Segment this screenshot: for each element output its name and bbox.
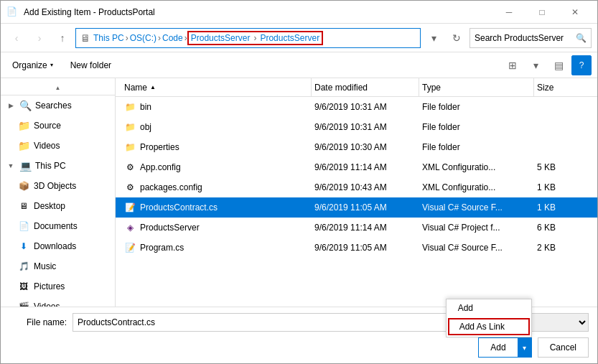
file-list: Name ▲ Date modified Type Size 📁	[116, 78, 597, 307]
organize-button[interactable]: Organize ▾	[6, 55, 59, 75]
config-icon: ⚙	[124, 182, 136, 193]
this-pc-label: This PC	[35, 161, 66, 171]
pane-button[interactable]: ▤	[548, 55, 569, 75]
pictures-label: Pictures	[34, 281, 65, 291]
sidebar-item-desktop[interactable]: 🖥 Desktop	[1, 196, 115, 216]
table-row[interactable]: 📝 ProductsContract.cs 9/6/2019 11:05 AM …	[116, 197, 597, 218]
downloads-label: Downloads	[34, 241, 76, 251]
sidebar-item-videos-qs[interactable]: 📁 Videos	[1, 136, 115, 156]
path-dropdown-button[interactable]: ▾	[424, 28, 444, 48]
desktop-icon: 🖥	[18, 200, 29, 212]
close-button[interactable]: ✕	[559, 1, 592, 24]
path-code[interactable]: Code	[162, 33, 183, 43]
searches-label: Searches	[35, 101, 72, 111]
add-button[interactable]: Add	[478, 337, 517, 358]
music-label: Music	[34, 261, 56, 271]
add-dropdown-menu: Add Add As Link	[446, 299, 532, 337]
3d-objects-label: 3D Objects	[34, 181, 76, 191]
add-as-link-menu-item[interactable]: Add As Link	[448, 318, 530, 335]
table-row[interactable]: ◈ ProductsServer 9/6/2019 11:14 AM Visua…	[116, 218, 597, 238]
videos-qs-label: Videos	[34, 141, 60, 151]
sidebar-item-downloads[interactable]: ⬇ Downloads	[1, 236, 115, 256]
videos-label: Videos	[34, 302, 60, 307]
action-row: Add ▾ Add Add As Link Cancel	[9, 337, 589, 358]
path-productsserver1[interactable]: ProductsServer	[191, 33, 251, 43]
col-header-name[interactable]: Name ▲	[121, 78, 312, 96]
add-dropdown-button[interactable]: ▾	[518, 337, 532, 358]
path-productsserver2[interactable]: ProductsServer	[260, 33, 319, 43]
file-size-productsserver: 6 KB	[534, 223, 592, 233]
table-row[interactable]: 📝 Program.cs 9/6/2019 11:05 AM Visual C#…	[116, 238, 597, 258]
file-name-programcs: 📝 Program.cs	[121, 242, 312, 253]
music-icon: 🎵	[18, 261, 29, 272]
up-button[interactable]: ↑	[52, 28, 73, 48]
maximize-button[interactable]: □	[525, 1, 559, 24]
file-size-programcs: 2 KB	[534, 243, 592, 253]
col-header-date[interactable]: Date modified	[312, 78, 419, 96]
sidebar-item-pictures[interactable]: 🖼 Pictures	[1, 276, 115, 297]
add-button-container: Add ▾ Add Add As Link	[478, 337, 531, 358]
toolbar: Organize ▾ New folder ⊞ ▾ ▤ ?	[1, 52, 597, 78]
forward-button[interactable]: ›	[29, 28, 50, 48]
file-date-programcs: 9/6/2019 11:05 AM	[312, 243, 419, 253]
back-button[interactable]: ‹	[6, 28, 27, 48]
file-name-appconfig: ⚙ App.config	[121, 162, 312, 173]
file-type-obj: File folder	[419, 122, 534, 132]
file-name-productscontract: 📝 ProductsContract.cs	[121, 202, 312, 213]
new-folder-label: New folder	[70, 60, 111, 70]
titlebar: 📄 Add Existing Item - ProductsPortal ─ □…	[1, 1, 597, 24]
dropdown-arrow-icon: ▾	[523, 344, 526, 352]
minimize-button[interactable]: ─	[492, 1, 525, 24]
sidebar-scroll-up[interactable]: ▲	[1, 81, 115, 95]
desktop-label: Desktop	[34, 201, 65, 211]
path-box[interactable]: 🖥 This PC › OS(C:) › Code › ProductsServ…	[75, 28, 421, 48]
col-header-type[interactable]: Type	[419, 78, 534, 96]
file-size-pkgconfig: 1 KB	[534, 182, 592, 192]
documents-label: Documents	[34, 221, 78, 231]
window-title: Add Existing Item - ProductsPortal	[24, 7, 492, 17]
file-date-pkgconfig: 9/6/2019 10:43 AM	[312, 182, 419, 192]
sidebar-item-videos[interactable]: 🎬 Videos	[1, 297, 115, 307]
filename-input[interactable]	[73, 313, 468, 332]
new-folder-button[interactable]: New folder	[65, 55, 117, 75]
add-menu-item[interactable]: Add	[447, 299, 531, 317]
col-header-size[interactable]: Size	[534, 78, 592, 96]
videos-icon: 🎬	[18, 301, 29, 307]
table-row[interactable]: 📁 Properties 9/6/2019 10:30 AM File fold…	[116, 137, 597, 157]
window-icon: 📄	[6, 6, 18, 18]
file-name-productsserver: ◈ ProductsServer	[121, 222, 312, 233]
path-osc[interactable]: OS(C:)	[130, 33, 156, 43]
file-type-productsserver: Visual C# Project f...	[419, 223, 534, 233]
file-date-obj: 9/6/2019 10:31 AM	[312, 122, 419, 132]
file-name-bin: 📁 bin	[121, 101, 312, 113]
table-row[interactable]: ⚙ App.config 9/6/2019 11:14 AM XML Confi…	[116, 157, 597, 177]
help-button[interactable]: ?	[571, 55, 592, 75]
folder-icon: 📁	[124, 101, 136, 113]
sidebar-item-source[interactable]: 📁 Source	[1, 116, 115, 136]
sidebar-item-3d-objects[interactable]: 📦 3D Objects	[1, 176, 115, 196]
sidebar-item-documents[interactable]: 📄 Documents	[1, 216, 115, 236]
cancel-button[interactable]: Cancel	[538, 337, 589, 358]
view-button[interactable]: ⊞	[503, 55, 523, 75]
path-this-pc[interactable]: This PC	[93, 33, 124, 43]
sidebar-item-music[interactable]: 🎵 Music	[1, 256, 115, 276]
this-pc-icon: 💻	[19, 160, 31, 172]
table-row[interactable]: 📁 bin 9/6/2019 10:31 AM File folder	[116, 97, 597, 117]
searches-collapse-icon[interactable]: ▶	[6, 101, 15, 110]
sidebar-item-searches[interactable]: ▶ 🔍 Searches	[1, 95, 115, 116]
thispc-collapse-icon[interactable]: ▼	[6, 162, 15, 170]
add-button-group: Add ▾	[478, 337, 531, 358]
view-dropdown-button[interactable]: ▾	[525, 55, 546, 75]
file-size-appconfig: 5 KB	[534, 162, 592, 172]
sidebar: ▲ ▶ 🔍 Searches 📁 Source 📁 Videos ▼ 💻 Thi…	[1, 78, 116, 307]
folder-icon: 📁	[124, 141, 136, 153]
table-row[interactable]: ⚙ packages.config 9/6/2019 10:43 AM XML …	[116, 177, 597, 197]
file-type-programcs: Visual C# Source F...	[419, 243, 534, 253]
refresh-button[interactable]: ↻	[447, 28, 467, 48]
path-highlight-box: ProductsServer › ProductsServer	[189, 32, 322, 44]
sidebar-item-this-pc[interactable]: ▼ 💻 This PC	[1, 156, 115, 176]
file-date-appconfig: 9/6/2019 11:14 AM	[312, 162, 419, 172]
search-input[interactable]	[475, 33, 576, 43]
file-name-properties: 📁 Properties	[121, 141, 312, 153]
table-row[interactable]: 📁 obj 9/6/2019 10:31 AM File folder	[116, 117, 597, 137]
